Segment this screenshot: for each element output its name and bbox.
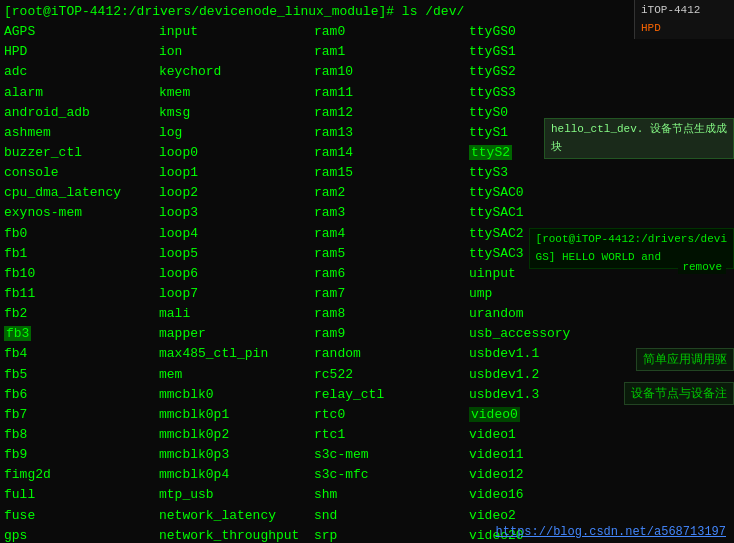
device-node-text: 设备节点与设备注 (631, 387, 727, 401)
snippet-line1: [root@iTOP-4412:/drivers/devi (536, 231, 727, 249)
column-3: ram0 ram1 ram10 ram11 ram12 ram13 ram14 … (314, 22, 469, 543)
overlay-title: iTOP-4412 (641, 2, 728, 20)
prompt-line-top: [root@iTOP-4412:/drivers/devicenode_linu… (4, 2, 730, 22)
top-right-overlay: iTOP-4412 HPD (634, 0, 734, 39)
remove-text: remove (682, 261, 722, 273)
overlay-hpd: HPD (641, 20, 728, 38)
hello-ctl-dev-overlay: hello_ctl_dev. 设备节点生成成 块 (544, 118, 734, 159)
block-text: 块 (551, 139, 727, 157)
terminal-window: [root@iTOP-4412:/drivers/devicenode_linu… (0, 0, 734, 543)
remove-overlay: remove (678, 260, 726, 274)
prompt-text: [root@iTOP-4412:/drivers/devicenode_linu… (4, 2, 464, 22)
device-node-overlay: 设备节点与设备注 (624, 382, 734, 405)
simple-app-text: 简单应用调用驱 (643, 353, 727, 367)
column-4: ttyGS0 ttyGS1 ttyGS2 ttyGS3 ttyS0 ttyS1 … (469, 22, 669, 543)
column-2: input ion keychord kmem kmsg log loop0 l… (159, 22, 314, 543)
simple-app-overlay: 简单应用调用驱 (636, 348, 734, 371)
url-link[interactable]: https://blog.csdn.net/a568713197 (496, 525, 726, 539)
column-1: AGPS HPD adc alarm android_adb ashmem bu… (4, 22, 159, 543)
hello-ctl-dev-text: hello_ctl_dev. 设备节点生成成 (551, 121, 727, 139)
